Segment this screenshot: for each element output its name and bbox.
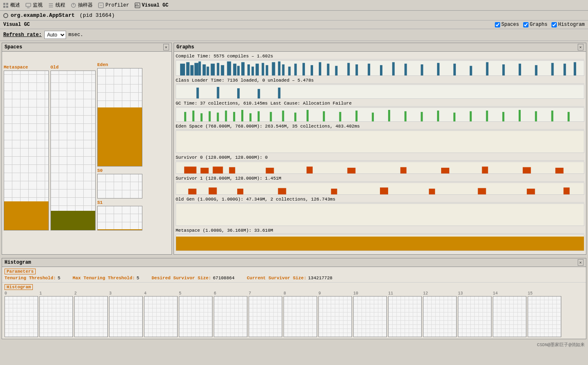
parameters-row: Tenuring Threshold: 5 Max Tenuring Thres… [5,276,583,281]
svg-rect-78 [282,111,284,121]
hist-bar-label-3: 3 [109,291,112,296]
graph-compile: Compile Time: 5575 compiles – 1.602s [176,53,584,76]
toolbar-item-overview[interactable]: 概述 [2,2,20,9]
graphs-panel-header: Graphs × [174,43,586,52]
graph-compile-title: Compile Time: 5575 compiles – 1.602s [176,53,584,59]
hist-bar-box-13 [458,296,492,337]
hist-bar-col-5: 5 [179,291,213,337]
survivor1-svg [176,183,584,194]
svg-rect-19 [194,63,199,75]
svg-rect-58 [535,65,538,75]
toolbar-label-sampler: 抽样器 [78,2,93,9]
checkbox-graphs[interactable]: Graphs [523,22,547,27]
graph-oldgen-title: Old Gen (1.000G, 1.000G): 47.349M, 2 col… [176,196,584,203]
monitor-icon [25,2,32,9]
param-current-survivor-val: 134217728 [308,276,332,281]
svg-rect-92 [502,112,504,121]
hist-bar-col-4: 4 [144,291,178,337]
svg-rect-42 [319,62,321,75]
graph-survivor0-canvas [176,162,584,174]
graph-eden: Eden Space (768.000M, 768.000M): 263.546… [176,123,584,153]
svg-rect-35 [272,62,275,75]
gc-svg [176,108,584,121]
hist-bar-box-10 [353,296,387,337]
histogram-panel-close[interactable]: × [578,259,583,266]
svg-rect-81 [323,111,325,121]
hist-bar-label-5: 5 [179,291,181,296]
hist-bar-col-3: 3 [109,291,143,337]
param-tenuring: Tenuring Threshold: 5 [5,276,60,281]
svg-rect-119 [176,237,584,251]
svg-rect-69 [201,113,203,121]
svg-rect-60 [563,64,566,75]
toolbar-item-visual-gc[interactable]: Visual GC [134,2,169,9]
svg-rect-114 [380,187,388,194]
graph-metaspace: Metaspace (1.008G, 36.168M): 33.610M [176,228,584,251]
graph-gc-canvas [176,107,584,122]
svg-rect-74 [241,110,243,121]
toolbar-item-monitor[interactable]: 监视 [25,2,43,9]
toolbar-item-thread[interactable]: 线程 [48,2,65,9]
svg-rect-110 [209,187,217,194]
survivor0-svg [176,162,584,173]
hist-bar-box-11 [388,296,422,337]
checkbox-spaces-input[interactable] [495,22,500,27]
hist-bar-label-10: 10 [353,291,358,296]
parameters-section: Parameters Tenuring Threshold: 5 Max Ten… [2,267,586,283]
graphs-panel-title: Graphs [176,44,194,50]
eden-svg [176,131,584,153]
spaces-panel-header: Spaces × [2,43,172,52]
graph-metaspace-title: Metaspace (1.008G, 36.168M): 33.610M [176,228,584,234]
parameters-label: Parameters [5,269,36,274]
svg-rect-116 [478,188,486,194]
param-max-tenuring-val: 5 [137,276,140,281]
refresh-unit: msec. [69,32,83,38]
hist-bar-col-10: 10 [353,291,387,337]
svg-rect-89 [453,113,455,121]
hist-bar-col-8: 8 [284,291,317,337]
graph-survivor1-title: Survivor 1 (128.000M, 128.000M): 1.451M [176,176,584,182]
space-eden-label: Eden [97,62,108,67]
visual-gc-icon [134,2,141,9]
visual-gc-bar: Visual GC Spaces Graphs Histogram [0,21,588,29]
svg-rect-118 [563,187,570,194]
hist-bar-box-4 [144,296,178,337]
hist-bar-label-0: 0 [5,291,7,296]
svg-rect-101 [266,168,274,173]
spaces-panel: Spaces × Metaspace Old Eden [2,43,172,255]
checkbox-histogram-input[interactable] [551,22,557,27]
toolbar: 概述 监视 线程 抽样器 Profiler Visual GC [0,0,588,11]
svg-rect-36 [278,62,281,75]
svg-rect-66 [278,88,281,98]
svg-rect-47 [368,64,370,75]
graph-oldgen: Old Gen (1.000G, 1.000G): 47.349M, 2 col… [176,196,584,226]
refresh-bar: Refresh rate: Auto 500 1000 2000 msec. [0,29,588,41]
sampler-icon [70,2,77,9]
svg-rect-93 [519,110,521,121]
svg-rect-64 [237,88,240,98]
svg-rect-41 [311,65,313,75]
svg-rect-2 [3,6,5,8]
refresh-rate-select[interactable]: Auto 500 1000 2000 [44,31,66,39]
checkbox-histogram[interactable]: Histogram [551,22,585,27]
checkbox-spaces[interactable]: Spaces [495,22,519,27]
svg-rect-85 [388,110,390,121]
footer: CSDN@墨家巨子@俏如来 [0,341,588,349]
svg-rect-17 [186,62,190,75]
toolbar-item-profiler[interactable]: Profiler [98,2,129,9]
toolbar-item-sampler[interactable]: 抽样器 [70,2,93,9]
spaces-panel-close[interactable]: × [163,44,169,50]
graphs-content: Compile Time: 5575 compiles – 1.602s [174,52,586,254]
param-tenuring-key: Tenuring Threshold: [5,276,56,281]
svg-rect-90 [470,111,472,121]
svg-rect-91 [486,111,488,121]
graphs-panel-close[interactable]: × [578,44,583,50]
svg-rect-99 [213,167,223,173]
hist-bar-col-13: 13 [458,291,492,337]
svg-rect-0 [3,3,5,5]
checkbox-graphs-input[interactable] [523,22,529,27]
classloader-svg [176,85,584,98]
space-metaspace-label: Metaspace [4,65,28,70]
svg-rect-16 [180,64,185,75]
hist-bar-box-5 [179,296,213,337]
